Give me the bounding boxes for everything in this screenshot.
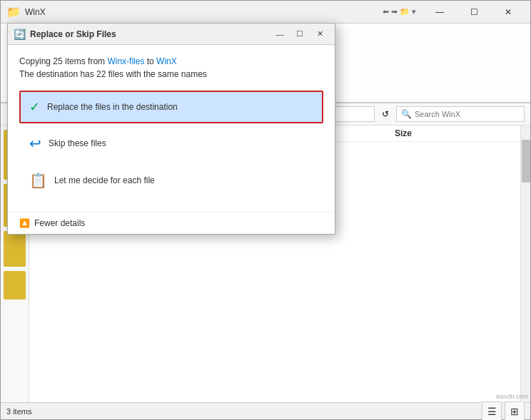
dialog-dest-link[interactable]: WinX bbox=[156, 56, 177, 66]
option-decide-text: Let me decide for each file bbox=[54, 175, 155, 185]
skip-icon: ↩ bbox=[29, 135, 41, 152]
watermark: wsxdn.com bbox=[496, 393, 528, 400]
quick-access: ⬅ ➡ 📁 ▾ bbox=[383, 7, 416, 16]
dialog-copy-info: Copying 25 items from Winx-files to WinX bbox=[19, 56, 323, 66]
window-title: WinX bbox=[25, 7, 46, 17]
option-replace[interactable]: ✓ Replace the files in the destination bbox=[19, 91, 323, 123]
dialog-title: Replace or Skip Files bbox=[30, 29, 116, 39]
dialog-title-bar: 🔄 Replace or Skip Files — ☐ ✕ bbox=[8, 24, 335, 45]
option-skip-text: Skip these files bbox=[49, 138, 106, 148]
checkmark-icon: ✓ bbox=[29, 99, 40, 115]
decide-icon: 📋 bbox=[29, 172, 47, 189]
title-bar-controls: ⬅ ➡ 📁 ▾ — ☐ ✕ bbox=[383, 1, 525, 24]
dialog-footer: 🔼 Fewer details bbox=[8, 212, 335, 234]
items-count: 3 items bbox=[6, 407, 31, 416]
fewer-details-icon: 🔼 bbox=[19, 218, 30, 228]
option-skip[interactable]: ↩ Skip these files bbox=[19, 126, 323, 160]
view-tiles-button[interactable]: ⊞ bbox=[505, 401, 525, 421]
dialog-body: Copying 25 items from Winx-files to WinX… bbox=[8, 45, 335, 212]
dialog-info-prefix: Copying 25 items from bbox=[19, 56, 107, 66]
view-details-button[interactable]: ☰ bbox=[482, 401, 502, 421]
window-icon: 📁 bbox=[6, 5, 21, 19]
replace-skip-dialog: 🔄 Replace or Skip Files — ☐ ✕ Copying 25… bbox=[7, 23, 335, 235]
dialog-maximize-button[interactable]: ☐ bbox=[290, 26, 309, 42]
dialog-overlay: 🔄 Replace or Skip Files — ☐ ✕ Copying 25… bbox=[7, 23, 335, 251]
option-replace-text: Replace the files in the destination bbox=[47, 102, 178, 112]
scrollbar-track[interactable] bbox=[520, 126, 530, 402]
search-icon: 🔍 bbox=[401, 109, 412, 119]
title-bar: 📁 WinX ⬅ ➡ 📁 ▾ — ☐ ✕ bbox=[1, 1, 530, 24]
nav-refresh-button[interactable]: ↺ bbox=[378, 106, 393, 122]
option-decide[interactable]: 📋 Let me decide for each file bbox=[19, 163, 323, 198]
dialog-close-button[interactable]: ✕ bbox=[310, 26, 329, 42]
maximize-button[interactable]: ☐ bbox=[457, 1, 490, 24]
status-bar: 3 items ☰ ⊞ bbox=[1, 402, 530, 419]
search-input[interactable] bbox=[415, 110, 520, 118]
fewer-details-label: Fewer details bbox=[34, 218, 85, 228]
dialog-info-middle: to bbox=[144, 56, 156, 66]
col-size-header: Size bbox=[395, 128, 515, 138]
dialog-minimize-button[interactable]: — bbox=[270, 26, 289, 42]
scrollbar-thumb[interactable] bbox=[522, 140, 530, 183]
close-button[interactable]: ✕ bbox=[492, 1, 525, 24]
minimize-button[interactable]: — bbox=[423, 1, 456, 24]
sidebar-folder-4[interactable] bbox=[4, 271, 26, 299]
fewer-details-button[interactable]: 🔼 Fewer details bbox=[19, 218, 85, 228]
dialog-source-link[interactable]: Winx-files bbox=[107, 56, 144, 66]
dialog-title-controls: — ☐ ✕ bbox=[270, 26, 329, 42]
dialog-subtitle: The destination has 22 files with the sa… bbox=[19, 69, 323, 79]
dialog-icon: 🔄 bbox=[14, 29, 26, 40]
